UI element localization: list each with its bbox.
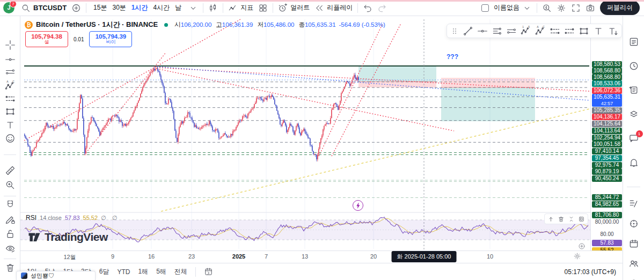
drawtool-short-position-icon[interactable] [564,26,575,36]
timeframe-button-날[interactable]: 날 [173,2,184,13]
replay-button[interactable]: 리플레이 [314,3,353,13]
sidebar-alert-log-icon[interactable] [628,61,639,71]
drawtool-horizontal-line-icon[interactable] [477,26,488,36]
redo-icon[interactable] [377,3,387,13]
drawtool-trend-line-icon[interactable] [463,26,473,36]
drawtool-rectangle-icon[interactable] [579,26,589,36]
sidebar-screener-icon[interactable] [628,218,639,229]
drawtool-fib-retracement-icon[interactable] [492,26,502,36]
layout-checkbox[interactable] [481,4,489,12]
countdown-timer: 42:57 [592,100,622,107]
compare-symbol-icon[interactable] [71,3,81,13]
alert-button[interactable]: 얼러트 [278,3,310,13]
replay-icon [314,3,324,13]
pane-collapse-icon[interactable] [568,216,575,223]
sidebar-alerts-icon[interactable] [628,157,639,168]
watermark-text: TradingView [45,231,108,244]
sidebar-watchlist-icon[interactable] [628,36,639,47]
tool-text-icon[interactable] [5,120,16,130]
range-button-YTD[interactable]: YTD [117,268,130,276]
drawtool-anchored-text-icon[interactable] [608,26,618,36]
floating-drawing-toolbar: 15AC [447,24,622,38]
layout-name-button[interactable]: 이름없음 [494,3,532,13]
axis-settings-gear-icon[interactable] [573,252,581,260]
snapshot-camera-icon[interactable] [586,3,595,13]
tool-parallel-channel-icon[interactable] [5,67,16,77]
sidebar-notes-icon[interactable] [628,85,639,95]
sidebar-data-window-icon[interactable] [628,198,639,209]
drawtool-parallel-channel-icon[interactable] [506,26,517,36]
chart-style-icon[interactable] [208,3,218,13]
publish-button[interactable]: 퍼블리쉬 [600,1,640,15]
buy-button[interactable]: 105,794.39 바이 [89,31,132,47]
bottom-popup[interactable]: 성민뿅♡ [16,271,96,280]
timeframe-chevron-icon[interactable] [188,3,198,13]
session-clock[interactable]: 05:17:03 (UTC+9) [565,268,616,276]
drag-handle-icon[interactable] [450,27,459,35]
lightning-marker[interactable] [353,200,363,211]
symbol-search-button[interactable]: BTCUSDT [21,3,67,13]
tool-magnet-icon[interactable] [5,200,16,210]
tool-remove-drawings-icon[interactable] [5,262,16,273]
drawtool-xabcd-pattern-icon[interactable]: AC [535,26,546,36]
alert-clock-icon [278,3,288,13]
price-label: 90,450.24 [592,175,622,182]
lightning-icon [355,202,362,209]
settings-gear-icon[interactable] [557,3,566,13]
symbol-title[interactable]: Bitcoin / TetherUS · 1시간 · BINANCE [36,20,158,30]
chevron-down-icon [522,3,532,13]
tool-horizontal-line-icon[interactable] [5,54,16,65]
timeframe-button-1시간[interactable]: 1시간 [129,2,150,13]
timeframe-button-4시간[interactable]: 4시간 [151,2,172,13]
ohlc-item: 시106,200.00 [174,21,211,29]
sidebar-calendar-icon[interactable] [628,238,639,249]
chart-legend: ₿ Bitcoin / TetherUS · 1시간 · BINANCE 시10… [25,20,385,30]
price-scale[interactable]: 108,580.53108,568.80108,568.80108,533.06… [590,16,623,250]
sidebar-notifications-icon[interactable] [628,278,639,280]
tool-ruler-icon[interactable] [5,165,16,176]
tool-zoom-in-icon[interactable] [5,180,16,190]
drawtool-long-position-icon[interactable] [550,26,560,36]
tool-xabcd-pattern-icon[interactable]: AC [5,80,16,91]
undo-icon[interactable] [363,3,372,13]
sidebar-chat-icon[interactable]: 1 [628,133,639,144]
tool-crosshair-icon[interactable] [5,40,16,50]
top-toolbar: J 7 BTCUSDT 15분30분1시간4시간날 지표 얼러트 리플레이 [0,0,644,16]
goto-date-icon[interactable] [204,267,213,276]
timeframe-button-30분[interactable]: 30분 [110,2,128,13]
tool-drawing-mode-icon[interactable] [5,214,16,225]
drawtool-elliott-wave-icon[interactable]: 15 [521,26,531,36]
pane-delete-icon[interactable] [558,216,565,223]
pane-maximize-icon[interactable] [578,216,585,223]
pane-move-up-icon[interactable] [547,216,554,223]
tool-lock-drawings-icon[interactable] [5,229,16,239]
add-alert-plus-icon[interactable] [578,242,586,250]
rsi-hidden-icons[interactable]: ∅ ∅ [101,215,119,222]
time-tick: 20 [370,253,377,260]
time-tick: 7 [265,253,268,260]
indicators-button[interactable]: 지표 [228,3,253,13]
range-button-5해[interactable]: 5해 [156,267,166,276]
tool-emoji-icon[interactable] [5,133,16,144]
range-button-1해[interactable]: 1해 [138,267,148,276]
tool-rectangle-icon[interactable] [5,106,16,117]
ohlc-item: 고106,361.39 [216,21,253,29]
range-button-전체[interactable]: 전체 [174,267,187,276]
rsi-legend[interactable]: RSI 14 close 57.83 55.52 ∅ ∅ [26,214,119,222]
tool-forecast-icon[interactable] [5,93,16,104]
time-axis[interactable]: 12월9162320257132010 [20,250,623,263]
user-menu-button[interactable]: J 7 [3,2,16,14]
range-button-6달[interactable]: 6달 [99,267,109,276]
sidebar-community-icon[interactable] [628,258,639,269]
question-annotation[interactable]: ??? [447,53,458,61]
tool-hide-drawings-icon[interactable] [5,243,16,254]
separator [4,196,16,196]
indicator-templates-icon[interactable] [258,3,268,13]
drawtool-text-icon[interactable] [593,26,604,36]
timeframe-button-15분[interactable]: 15분 [91,2,109,13]
separator [537,3,537,13]
sidebar-object-tree-icon[interactable] [628,109,639,120]
sell-button[interactable]: 105,794.38 셀 [25,31,68,47]
fullscreen-icon[interactable] [571,3,581,13]
quick-search-icon[interactable] [542,3,552,13]
